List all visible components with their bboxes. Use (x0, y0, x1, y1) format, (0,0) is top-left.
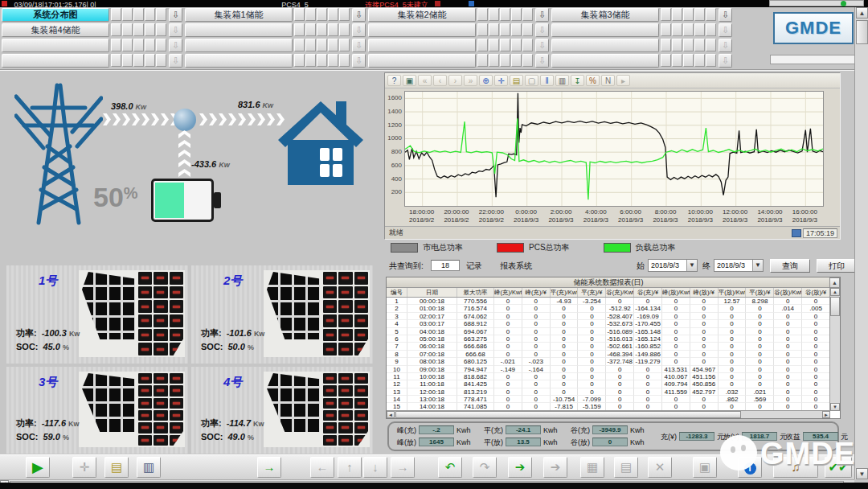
percent-icon[interactable]: % (586, 75, 600, 86)
pause-icon[interactable]: ‖ (540, 75, 554, 86)
zoom-icon[interactable]: ⊕ (479, 75, 493, 86)
chart-plot-area[interactable] (404, 91, 824, 207)
record-count-input[interactable]: 18 (431, 260, 460, 271)
tab-dropdown-arrow-icon[interactable]: ⇩ (169, 39, 182, 52)
tab-dropdown-arrow-icon[interactable]: ⇩ (719, 39, 732, 52)
tab-dropdown-arrow-icon[interactable]: ⇩ (352, 23, 366, 37)
table-row[interactable]: 605:00:18663.2750000-516.013-165.1240000… (387, 335, 830, 343)
tab-dropdown-arrow-icon[interactable]: ⇩ (719, 54, 732, 68)
table-row[interactable]: 403:00:17688.9120000-532.673-170.4550000… (387, 320, 830, 327)
confirm-button[interactable]: ✔✔ (825, 457, 852, 478)
probe-button[interactable]: ✛ (72, 457, 96, 478)
run-button[interactable]: ▶ (26, 457, 50, 478)
nav-up-button[interactable]: ↑ (338, 457, 362, 478)
forward-button[interactable]: ➔ (543, 457, 567, 478)
first-icon[interactable]: « (418, 75, 432, 86)
report-list-button[interactable]: ▥ (137, 457, 161, 478)
new-report-button[interactable]: ▤ (104, 457, 129, 478)
audio-button[interactable]: ♫ (773, 457, 818, 478)
query-button[interactable]: 查询 (770, 259, 810, 273)
tab-dropdown-arrow-icon[interactable]: ⇩ (535, 54, 549, 68)
scroll-up-icon[interactable]: ▲ (829, 277, 840, 288)
help-icon[interactable]: ? (387, 75, 401, 86)
grid-icon[interactable]: ▢ (525, 75, 538, 86)
tab-dropdown-arrow-icon[interactable]: ⇩ (535, 39, 549, 52)
print-button[interactable]: 打印 (817, 259, 857, 273)
windows-button[interactable]: ▦ (580, 457, 604, 478)
table-vertical-scrollbar[interactable]: ▲ ▼ (829, 288, 840, 411)
end-date-select[interactable]: 2018/9/3▼ (714, 259, 764, 272)
alarm-drive-icon[interactable] (435, 1, 440, 6)
scroll-right-icon[interactable]: ► (822, 411, 830, 418)
table-row[interactable]: 504:00:18694.0670000-516.089-165.1480000… (387, 328, 830, 335)
save-icon[interactable]: ↧ (571, 75, 584, 86)
scroll-up-icon[interactable]: ▲ (830, 288, 840, 296)
prev-icon[interactable]: ‹ (433, 75, 447, 86)
tab-blank[interactable] (551, 54, 659, 68)
pan-icon[interactable]: ✛ (494, 75, 508, 86)
tab-dropdown-arrow-icon[interactable]: ⇩ (535, 23, 549, 37)
chart-canvas[interactable] (405, 92, 823, 206)
last-icon[interactable]: » (464, 75, 477, 86)
table-row[interactable]: 706:00:18666.6860000-502.661-160.8520000… (387, 343, 830, 350)
table-row[interactable]: 908:00:18680.125-.021-.02300-372.748-119… (387, 358, 830, 365)
tab-blank[interactable] (368, 23, 476, 37)
table-row[interactable]: 100:00:18770.55600-4.93-3.254000012.578.… (387, 298, 830, 305)
alarm-blue-icon[interactable] (469, 1, 474, 6)
tab-dropdown-arrow-icon[interactable]: ⇩ (719, 8, 732, 22)
tab-集装箱3储能[interactable]: 集装箱3储能 (551, 8, 659, 22)
chevron-down-icon[interactable]: ▼ (686, 260, 697, 271)
tab-dropdown-arrow-icon[interactable]: ⇩ (535, 8, 549, 22)
tab-集装箱2储能[interactable]: 集装箱2储能 (368, 8, 476, 22)
table-row[interactable]: 302:00:17674.0620000-528.407-169.0900000… (387, 313, 830, 320)
scroll-thumb[interactable] (856, 20, 868, 44)
close-page-button[interactable]: ✕ (648, 457, 672, 478)
play-icon[interactable]: ▸ (616, 75, 630, 86)
undo-button[interactable]: ↶ (438, 457, 462, 478)
tab-dropdown-arrow-icon[interactable]: ⇩ (169, 8, 182, 22)
redo-button[interactable]: ↷ (473, 457, 497, 478)
scroll-left-icon[interactable]: ◄ (387, 411, 395, 418)
tab-集装箱4储能[interactable]: 集装箱4储能 (2, 23, 109, 37)
tab-dropdown-arrow-icon[interactable]: ⇩ (352, 54, 366, 68)
tab-系统分布图[interactable]: 系统分布图 (2, 8, 109, 22)
tab-blank[interactable] (2, 39, 109, 52)
series-icon[interactable]: ▤ (510, 75, 523, 86)
tab-blank[interactable] (551, 23, 659, 37)
table-row[interactable]: 1009:00:18794.947-.149-.1640000413.53145… (387, 366, 830, 373)
table-row[interactable]: 1211:00:18841.425000000409.794450.856000… (387, 380, 830, 388)
nav-right-button[interactable]: → (391, 457, 415, 478)
tab-dropdown-arrow-icon[interactable]: ⇩ (352, 8, 366, 22)
nav-left-button[interactable]: ← (310, 457, 334, 478)
tab-集装箱1储能[interactable]: 集装箱1储能 (185, 8, 293, 22)
tab-blank[interactable] (551, 39, 659, 52)
snapshot-icon[interactable]: ▣ (403, 75, 416, 86)
print-icon[interactable]: ▥ (555, 75, 569, 86)
tab-blank[interactable] (368, 54, 476, 68)
table-horizontal-scrollbar[interactable]: ◄ ► (387, 410, 830, 418)
table-row[interactable]: 1413:00:18778.47100-10.754-7.0990000.862… (387, 396, 830, 403)
enter-page-button[interactable]: ➔ (508, 457, 532, 478)
scroll-thumb[interactable] (395, 411, 741, 418)
table-row[interactable]: 1312:00:18813.219000000411.559452.797.03… (387, 388, 830, 396)
preview-button[interactable]: ▣ (693, 457, 717, 478)
tab-blank[interactable] (185, 23, 293, 37)
tab-dropdown-arrow-icon[interactable]: ⇩ (719, 23, 732, 37)
next-icon[interactable]: › (448, 75, 462, 86)
window-vertical-scrollbar[interactable]: ▲ ▼ (854, 7, 868, 479)
info-button[interactable]: i (738, 457, 762, 478)
tab-dropdown-arrow-icon[interactable]: ⇩ (169, 54, 182, 68)
table-row[interactable]: 1110:00:18818.682000000410.067451.156000… (387, 373, 830, 380)
scroll-up-icon[interactable]: ▲ (856, 7, 868, 18)
tab-blank[interactable] (185, 39, 293, 52)
nav-down-button[interactable]: ↓ (363, 457, 387, 478)
scroll-down-icon[interactable]: ▼ (856, 468, 868, 479)
scroll-thumb[interactable] (830, 297, 840, 316)
tab-blank[interactable] (368, 39, 476, 52)
scroll-down-icon[interactable]: ▼ (830, 403, 840, 411)
table-row[interactable]: 201:00:18716.5740000-512.92-164.1340000.… (387, 305, 830, 312)
pages-button[interactable]: ▤ (614, 457, 638, 478)
label-icon[interactable]: N (601, 75, 615, 86)
table-row[interactable]: 807:00:18666.680000-468.394-149.88600000… (387, 351, 830, 358)
tab-blank[interactable] (185, 54, 293, 68)
